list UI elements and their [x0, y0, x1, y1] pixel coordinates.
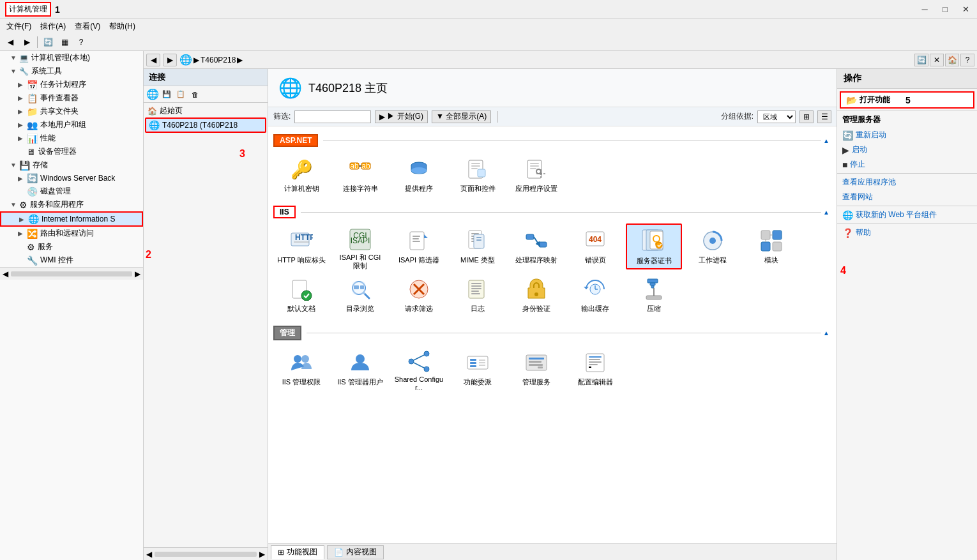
conn-server[interactable]: 🌐 T460P218 (T460P218 — [145, 117, 266, 133]
icon-pages-controls[interactable]: 页面和控件 — [450, 152, 506, 198]
sidebar-item-services-apps[interactable]: ▼ ⚙ 服务和应用程序 — [0, 198, 143, 211]
menu-view[interactable]: 查看(V) — [71, 20, 104, 33]
log-icon — [465, 276, 490, 302]
icon-iis-mgr-user[interactable]: IIS 管理器用户 — [332, 345, 388, 391]
addr-help-btn[interactable]: ? — [960, 54, 974, 66]
start-button[interactable]: ▶ ▶ 开始(G) — [375, 110, 428, 123]
icon-provider[interactable]: 提供程序 — [391, 152, 447, 198]
icon-compression[interactable]: 压缩 — [626, 272, 682, 318]
aspnet-collapse-btn[interactable]: ▲ — [821, 135, 831, 146]
icon-isapi-filter[interactable]: ISAPI 筛选器 — [391, 223, 447, 269]
sidebar-item-computer-management[interactable]: ▼ 💻 计算机管理(本地) — [0, 51, 143, 64]
icon-iis-mgr-perms[interactable]: IIS 管理权限 — [273, 345, 329, 391]
icon-request-filter[interactable]: 请求筛选 — [391, 272, 447, 318]
right-action-restart[interactable]: 🔄 重新启动 — [837, 128, 977, 142]
icon-feature-delegate[interactable]: 功能委派 — [450, 345, 506, 391]
svg-rect-102 — [529, 361, 542, 363]
icon-isapi-cgi[interactable]: CGIISAPI ISAPI 和 CGI 限制 — [332, 223, 388, 269]
icon-shared-config[interactable]: Shared Configur... — [391, 345, 447, 391]
forward-addr-button[interactable]: ▶ — [163, 54, 177, 66]
sidebar-item-device-manager[interactable]: ▶ 🖥 设备管理器 — [0, 145, 143, 158]
right-action-start[interactable]: ▶ 启动 — [837, 142, 977, 157]
sidebar-item-system-tools[interactable]: ▼ 🔧 系统工具 — [0, 64, 143, 78]
menu-file[interactable]: 文件(F) — [3, 20, 35, 33]
show-all-button[interactable]: ▼ 全部显示(A) — [432, 110, 491, 123]
view-list-btn[interactable]: ☰ — [817, 110, 831, 123]
addr-refresh-btn[interactable]: 🔄 — [914, 54, 928, 66]
icon-worker-process[interactable]: 工作进程 — [685, 223, 741, 269]
conn-globe-icon[interactable]: 🌐 — [146, 88, 159, 100]
tab-feature-view[interactable]: ⊞ 功能视图 — [271, 545, 324, 559]
right-action-open-feature[interactable]: 📂 打开功能 5 — [840, 91, 974, 109]
icon-auth[interactable]: 身份验证 — [508, 272, 564, 318]
view-grid-btn[interactable]: ⊞ — [799, 110, 814, 123]
icon-error-page[interactable]: 404 错误页 — [567, 223, 623, 269]
right-action-help[interactable]: ❓ 帮助 — [837, 225, 977, 240]
conn-start-page[interactable]: 🏠 起始页 — [145, 104, 266, 117]
tab-content-view[interactable]: 📄 内容视图 — [327, 545, 384, 559]
sidebar-item-disk-mgmt[interactable]: ▶ 💿 磁盘管理 — [0, 185, 143, 198]
iis-collapse-btn[interactable]: ▲ — [821, 207, 831, 217]
sidebar-item-shared-folders[interactable]: ▶ 📁 共享文件夹 — [0, 105, 143, 118]
icon-manage-services[interactable]: 管理服务 — [508, 345, 564, 391]
right-action-get-web[interactable]: 🌐 获取新的 Web 平台组件 — [837, 208, 977, 222]
close-button[interactable]: ✕ — [959, 4, 972, 14]
svg-marker-28 — [424, 234, 428, 238]
icon-output-cache[interactable]: 输出缓存 — [567, 272, 623, 318]
start-icon: ▶ — [842, 145, 849, 155]
conn-save-btn[interactable]: 💾 — [160, 89, 173, 100]
connections-scroll[interactable]: ◀ ▶ — [144, 547, 268, 560]
conn-delete-btn[interactable]: 🗑 — [188, 89, 201, 100]
refresh-button[interactable]: 🔄 — [40, 35, 56, 49]
sidebar-item-performance[interactable]: ▶ 📊 性能 — [0, 132, 143, 145]
scroll-right[interactable]: ▶ — [135, 269, 140, 278]
minimize-button[interactable]: ─ — [918, 4, 931, 14]
scroll-left[interactable]: ◀ — [146, 550, 152, 559]
icon-dir-browse[interactable]: 目录浏览 — [332, 272, 388, 318]
group-select[interactable]: 区域 — [757, 110, 796, 123]
icon-default-doc[interactable]: 默认文档 — [273, 272, 329, 318]
sidebar-scroll[interactable]: ◀ ▶ — [0, 267, 143, 280]
sidebar-item-event-viewer[interactable]: ▶ 📋 事件查看器 — [0, 91, 143, 105]
view-button[interactable]: ▦ — [57, 35, 72, 49]
conn-start-page-label: 起始页 — [160, 105, 183, 116]
conn-new-btn[interactable]: 📋 — [174, 89, 187, 100]
sidebar-item-iis[interactable]: ▶ 🌐 Internet Information S — [0, 211, 143, 227]
right-action-view-apppool[interactable]: 查看应用程序池 — [837, 175, 977, 190]
icon-mime[interactable]: MIME 类型 — [450, 223, 506, 269]
menu-action[interactable]: 操作(A) — [36, 20, 70, 33]
filter-input[interactable] — [294, 110, 371, 123]
addr-home-btn[interactable]: 🏠 — [945, 54, 959, 66]
scroll-left[interactable]: ◀ — [3, 269, 8, 278]
icon-http-response[interactable]: HTTP HTTP 响应标头 — [273, 223, 329, 269]
icon-computer-key[interactable]: 🔑 计算机密钥 — [273, 152, 329, 198]
svg-text:ab: ab — [361, 162, 370, 170]
manage-collapse-btn[interactable]: ▲ — [821, 328, 831, 338]
icon-modules[interactable]: 模块 — [743, 223, 799, 269]
help-button[interactable]: ? — [73, 35, 89, 49]
icon-app-settings[interactable]: 应用程序设置 — [508, 152, 564, 198]
scroll-right[interactable]: ▶ — [259, 550, 265, 559]
right-action-view-site[interactable]: 查看网站 — [837, 190, 977, 204]
menu-help[interactable]: 帮助(H) — [105, 20, 139, 33]
back-button[interactable]: ◀ — [3, 35, 18, 49]
sidebar-item-routing[interactable]: ▶ 🔀 路由和远程访问 — [0, 227, 143, 240]
sidebar-item-storage[interactable]: ▼ 💾 存储 — [0, 158, 143, 172]
right-action-stop[interactable]: ■ 停止 — [837, 157, 977, 172]
sidebar-item-wmi[interactable]: ▶ 🔧 WMI 控件 — [0, 254, 143, 267]
icon-log[interactable]: 日志 — [450, 272, 506, 318]
icon-handler-mapping[interactable]: 处理程序映射 — [508, 223, 564, 269]
sidebar-item-services[interactable]: ▶ ⚙ 服务 — [0, 240, 143, 254]
icon-connection-string[interactable]: abab 连接字符串 — [332, 152, 388, 198]
back-addr-button[interactable]: ◀ — [146, 54, 160, 66]
svg-rect-29 — [413, 236, 420, 237]
icon-server-cert[interactable]: 服务器证书 — [626, 223, 682, 269]
icon-config-editor[interactable]: 配置编辑器 — [567, 345, 623, 391]
sidebar-item-windows-backup[interactable]: ▶ 🔄 Windows Server Back — [0, 172, 143, 185]
forward-button[interactable]: ▶ — [19, 35, 34, 49]
addr-stop-btn[interactable]: ✕ — [930, 54, 944, 66]
sidebar-label: Windows Server Back — [40, 174, 115, 183]
sidebar-item-local-users[interactable]: ▶ 👥 本地用户和组 — [0, 118, 143, 132]
maximize-button[interactable]: □ — [939, 4, 951, 14]
sidebar-item-task-scheduler[interactable]: ▶ 📅 任务计划程序 — [0, 78, 143, 91]
